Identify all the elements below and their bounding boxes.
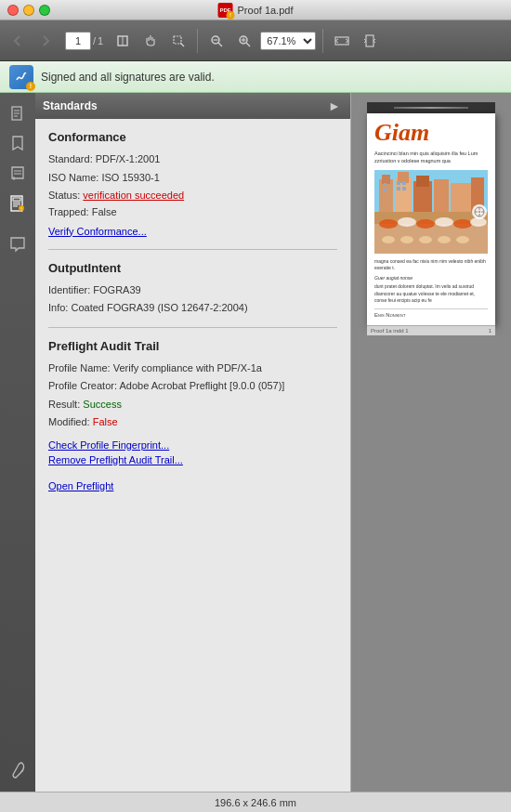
- standard-value: PDF/X-1:2001: [96, 153, 161, 164]
- page-number-input[interactable]: [65, 32, 91, 50]
- svg-line-8: [246, 43, 250, 46]
- info-value: Coated FOGRA39 (ISO 12647-2:2004): [71, 302, 247, 313]
- signature-bar: ! Signed and all signatures are valid.: [0, 61, 511, 93]
- compass-icon: [472, 204, 487, 219]
- panel-close-button[interactable]: ►: [326, 98, 343, 114]
- forward-button[interactable]: [33, 29, 58, 53]
- iso-label: ISO Name:: [48, 172, 98, 183]
- signature-icon: !: [9, 65, 33, 89]
- maximize-button[interactable]: [39, 5, 50, 16]
- page-total: 1: [98, 35, 103, 46]
- svg-rect-37: [382, 175, 390, 184]
- dimensions-text: 196.6 x 246.6 mm: [215, 797, 296, 808]
- profile-name-row: Profile Name: Verify compliance with PDF…: [48, 360, 337, 376]
- pages-panel-icon[interactable]: [4, 100, 32, 128]
- svg-rect-49: [397, 187, 400, 190]
- svg-point-53: [398, 217, 416, 227]
- iso-value: ISO 15930-1: [101, 172, 159, 183]
- result-row: Result: Success: [48, 397, 337, 413]
- svg-rect-41: [416, 176, 429, 187]
- divider-1: [48, 249, 337, 250]
- profile-creator-label: Profile Creator:: [48, 380, 117, 391]
- svg-point-54: [416, 219, 435, 229]
- signature-badge: !: [26, 82, 35, 91]
- window-title: PDF ! Proof 1a.pdf: [218, 3, 294, 18]
- svg-point-61: [438, 236, 451, 243]
- standards-panel-icon[interactable]: !: [4, 190, 32, 217]
- conformance-heading: Conformance: [48, 130, 337, 144]
- pdf-page: Giam Aacincinci blan min quis aliquisim …: [367, 113, 495, 325]
- zoom-in-button[interactable]: [232, 29, 256, 53]
- remove-audit-link[interactable]: Remove Preflight Audit Trail...: [48, 454, 337, 465]
- modified-label: Modified:: [48, 416, 90, 427]
- svg-rect-47: [397, 181, 400, 185]
- titlebar: PDF ! Proof 1a.pdf: [0, 0, 511, 20]
- info-label: Info:: [48, 302, 68, 313]
- svg-point-60: [419, 236, 432, 243]
- profile-name-label: Profile Name:: [48, 362, 111, 373]
- svg-line-3: [180, 43, 184, 46]
- minimize-button[interactable]: [23, 5, 34, 16]
- pdf-page-info-bar: Proof 1a indd 1 1: [367, 325, 495, 335]
- result-label: Result:: [48, 399, 80, 410]
- toolbar-divider-1: [197, 29, 198, 53]
- svg-rect-28: [13, 198, 20, 201]
- pdf-page-info: Proof 1a indd 1: [371, 328, 409, 334]
- zoom-select[interactable]: 67.1%: [260, 32, 316, 50]
- status-bar: 196.6 x 246.6 mm: [0, 792, 511, 812]
- output-intent-heading: OutputIntent: [48, 261, 337, 275]
- svg-rect-43: [451, 183, 471, 212]
- svg-rect-11: [335, 37, 348, 45]
- pdf-italic1: Guer augiat nonse: [374, 275, 488, 282]
- modified-value: False: [93, 416, 118, 427]
- svg-rect-50: [402, 187, 406, 190]
- svg-point-52: [379, 219, 398, 229]
- window-controls[interactable]: [7, 5, 50, 16]
- bookmarks-panel-icon[interactable]: [4, 130, 32, 158]
- svg-rect-45: [384, 183, 387, 186]
- svg-rect-42: [434, 179, 449, 212]
- comments-panel-icon[interactable]: [4, 230, 32, 258]
- status-value: verification succeeded: [83, 190, 184, 201]
- annotations-panel-icon[interactable]: [4, 160, 32, 188]
- select-tool-button[interactable]: [111, 29, 135, 53]
- svg-point-56: [453, 219, 472, 229]
- svg-rect-16: [366, 35, 373, 46]
- modified-row: Modified: False: [48, 414, 337, 430]
- open-preflight-link[interactable]: Open Preflight: [48, 480, 337, 491]
- verify-conformance-link[interactable]: Verify Conformance...: [48, 226, 147, 237]
- panel-title: Standards: [43, 99, 98, 112]
- trapped-label: Trapped:: [48, 206, 89, 217]
- pdf-icon: PDF !: [218, 3, 233, 18]
- toolbar-divider-2: [322, 29, 323, 53]
- main-area: ! Standards ► Conformance Standard: PDF/…: [0, 93, 511, 792]
- svg-point-59: [400, 236, 413, 243]
- pdf-title: Giam: [374, 121, 488, 145]
- divider-2: [48, 327, 337, 328]
- result-value: Success: [83, 399, 122, 410]
- marquee-zoom-button[interactable]: [166, 29, 190, 53]
- hand-tool-button[interactable]: [138, 29, 163, 53]
- standard-row: Standard: PDF/X-1:2001: [48, 151, 337, 167]
- profile-creator-row: Profile Creator: Adobe Acrobat Preflight…: [48, 378, 337, 394]
- sidebar-icons: !: [0, 93, 35, 792]
- back-button[interactable]: [6, 29, 30, 53]
- svg-rect-2: [174, 36, 181, 44]
- trapped-row: Trapped: False: [48, 206, 337, 217]
- preflight-heading: Preflight Audit Trail: [48, 339, 337, 353]
- panel-content: Conformance Standard: PDF/X-1:2001 ISO N…: [35, 119, 350, 792]
- fit-page-button[interactable]: [358, 29, 382, 53]
- attachments-panel-icon[interactable]: [4, 756, 32, 784]
- standards-panel: Standards ► Conformance Standard: PDF/X-…: [35, 93, 351, 792]
- check-fingerprint-link[interactable]: Check Profile Fingerprint...: [48, 439, 337, 451]
- signature-status-text: Signed and all signatures are valid.: [41, 71, 215, 84]
- close-button[interactable]: [7, 5, 19, 16]
- zoom-out-button[interactable]: [204, 29, 229, 53]
- svg-rect-48: [402, 181, 406, 185]
- fit-width-button[interactable]: [330, 29, 354, 53]
- identifier-label: Identifier:: [48, 284, 90, 295]
- info-row: Info: Coated FOGRA39 (ISO 12647-2:2004): [48, 300, 337, 316]
- profile-name-value: Verify compliance with PDF/X-1a: [113, 362, 262, 373]
- page-separator: /: [93, 35, 96, 46]
- toolbar: / 1 67.1%: [0, 20, 511, 61]
